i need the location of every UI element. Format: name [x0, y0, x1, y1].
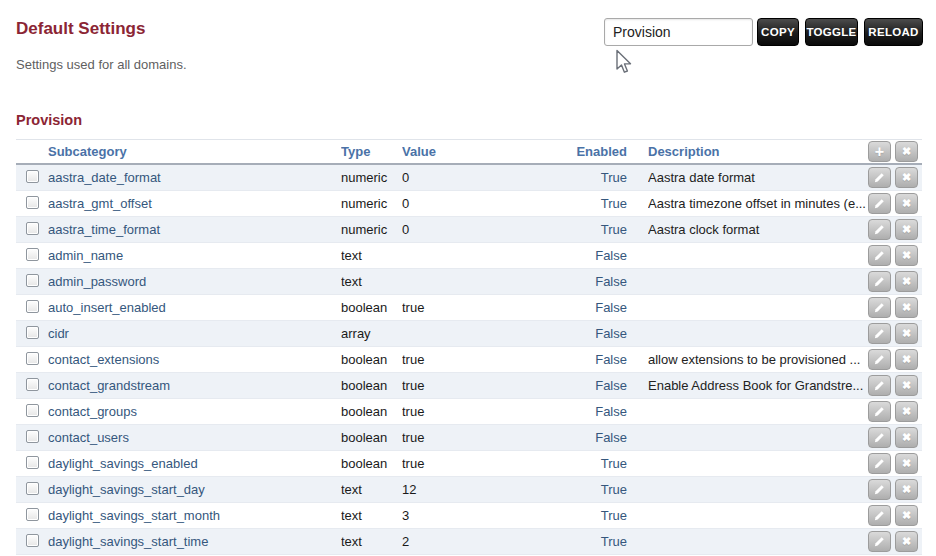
row-checkbox[interactable] — [26, 248, 39, 261]
subcategory-link[interactable]: cidr — [48, 326, 69, 341]
subcategory-link[interactable]: contact_grandstream — [48, 378, 170, 393]
subcategory-link[interactable]: daylight_savings_start_time — [48, 534, 208, 549]
enabled-link[interactable]: True — [601, 196, 627, 211]
reload-button[interactable]: RELOAD — [864, 18, 923, 46]
subcategory-link[interactable]: daylight_savings_enabled — [48, 456, 198, 471]
value-cell: 3 — [402, 508, 544, 523]
row-checkbox[interactable] — [26, 352, 39, 365]
enabled-link[interactable]: True — [601, 534, 627, 549]
delete-button[interactable]: ✖ — [895, 375, 918, 396]
subcategory-link[interactable]: daylight_savings_start_day — [48, 482, 205, 497]
enabled-link[interactable]: True — [601, 222, 627, 237]
delete-button[interactable]: ✖ — [895, 531, 918, 552]
delete-button[interactable]: ✖ — [895, 505, 918, 526]
delete-button[interactable]: ✖ — [895, 271, 918, 292]
enabled-link[interactable]: True — [601, 456, 627, 471]
enabled-link[interactable]: False — [595, 378, 627, 393]
column-header-description: Description — [648, 144, 866, 159]
edit-button[interactable] — [868, 349, 891, 370]
row-checkbox[interactable] — [26, 404, 39, 417]
subcategory-link[interactable]: aastra_date_format — [48, 170, 161, 185]
enabled-link[interactable]: False — [595, 274, 627, 289]
edit-button[interactable] — [868, 375, 891, 396]
toggle-button[interactable]: TOGGLE — [805, 18, 858, 46]
subcategory-link[interactable]: contact_groups — [48, 404, 137, 419]
delete-button[interactable]: ✖ — [895, 401, 918, 422]
enabled-link[interactable]: False — [595, 248, 627, 263]
delete-button[interactable]: ✖ — [895, 167, 918, 188]
delete-button[interactable]: ✖ — [895, 349, 918, 370]
x-icon: ✖ — [902, 458, 911, 469]
enabled-link[interactable]: True — [601, 482, 627, 497]
row-checkbox[interactable] — [26, 222, 39, 235]
row-checkbox[interactable] — [26, 508, 39, 521]
pencil-icon — [873, 327, 886, 340]
type-cell: numeric — [341, 196, 402, 211]
delete-button[interactable]: ✖ — [895, 323, 918, 344]
x-icon: ✖ — [902, 276, 911, 287]
settings-table: Subcategory Type Value Enabled Descripti… — [16, 139, 922, 555]
x-icon: ✖ — [902, 354, 911, 365]
edit-button[interactable] — [868, 453, 891, 474]
enabled-link[interactable]: False — [595, 326, 627, 341]
subcategory-link[interactable]: admin_password — [48, 274, 146, 289]
row-checkbox[interactable] — [26, 378, 39, 391]
delete-button[interactable]: ✖ — [895, 193, 918, 214]
value-cell: true — [402, 352, 544, 367]
delete-button[interactable]: ✖ — [895, 219, 918, 240]
subcategory-link[interactable]: contact_extensions — [48, 352, 159, 367]
edit-button[interactable] — [868, 323, 891, 344]
edit-button[interactable] — [868, 427, 891, 448]
edit-button[interactable] — [868, 245, 891, 266]
subcategory-link[interactable]: aastra_gmt_offset — [48, 196, 152, 211]
subcategory-link[interactable]: aastra_time_format — [48, 222, 160, 237]
edit-button[interactable] — [868, 505, 891, 526]
delete-button[interactable]: ✖ — [895, 427, 918, 448]
enabled-link[interactable]: False — [595, 352, 627, 367]
row-checkbox[interactable] — [26, 456, 39, 469]
delete-button[interactable]: ✖ — [895, 453, 918, 474]
row-checkbox[interactable] — [26, 196, 39, 209]
type-cell: numeric — [341, 222, 402, 237]
pencil-icon — [873, 353, 886, 366]
search-input[interactable] — [604, 18, 753, 46]
row-checkbox[interactable] — [26, 534, 39, 547]
edit-button[interactable] — [868, 193, 891, 214]
row-checkbox[interactable] — [26, 300, 39, 313]
table-row: aastra_date_format numeric 0 True Aastra… — [16, 165, 922, 191]
enabled-link[interactable]: False — [595, 300, 627, 315]
row-checkbox[interactable] — [26, 430, 39, 443]
edit-button[interactable] — [868, 531, 891, 552]
subcategory-link[interactable]: auto_insert_enabled — [48, 300, 166, 315]
value-cell: 0 — [402, 196, 544, 211]
edit-button[interactable] — [868, 297, 891, 318]
enabled-link[interactable]: True — [601, 508, 627, 523]
row-checkbox[interactable] — [26, 326, 39, 339]
edit-button[interactable] — [868, 271, 891, 292]
enabled-link[interactable]: True — [601, 170, 627, 185]
enabled-link[interactable]: False — [595, 404, 627, 419]
row-checkbox[interactable] — [26, 170, 39, 183]
toolbar: COPY TOGGLE RELOAD — [757, 18, 923, 46]
edit-button[interactable] — [868, 167, 891, 188]
subcategory-link[interactable]: daylight_savings_start_month — [48, 508, 220, 523]
table-row: aastra_gmt_offset numeric 0 True Aastra … — [16, 191, 922, 217]
delete-all-button[interactable]: ✖ — [895, 141, 918, 162]
pencil-icon — [873, 197, 886, 210]
subcategory-link[interactable]: contact_users — [48, 430, 129, 445]
add-button[interactable]: + — [868, 141, 891, 162]
edit-button[interactable] — [868, 401, 891, 422]
table-row: contact_users boolean true False ✖ — [16, 425, 922, 451]
edit-button[interactable] — [868, 479, 891, 500]
copy-button[interactable]: COPY — [757, 18, 799, 46]
delete-button[interactable]: ✖ — [895, 297, 918, 318]
delete-button[interactable]: ✖ — [895, 479, 918, 500]
subcategory-link[interactable]: admin_name — [48, 248, 123, 263]
delete-button[interactable]: ✖ — [895, 245, 918, 266]
row-checkbox[interactable] — [26, 482, 39, 495]
row-checkbox[interactable] — [26, 274, 39, 287]
type-cell: boolean — [341, 378, 402, 393]
enabled-link[interactable]: False — [595, 430, 627, 445]
pencil-icon — [873, 249, 886, 262]
edit-button[interactable] — [868, 219, 891, 240]
